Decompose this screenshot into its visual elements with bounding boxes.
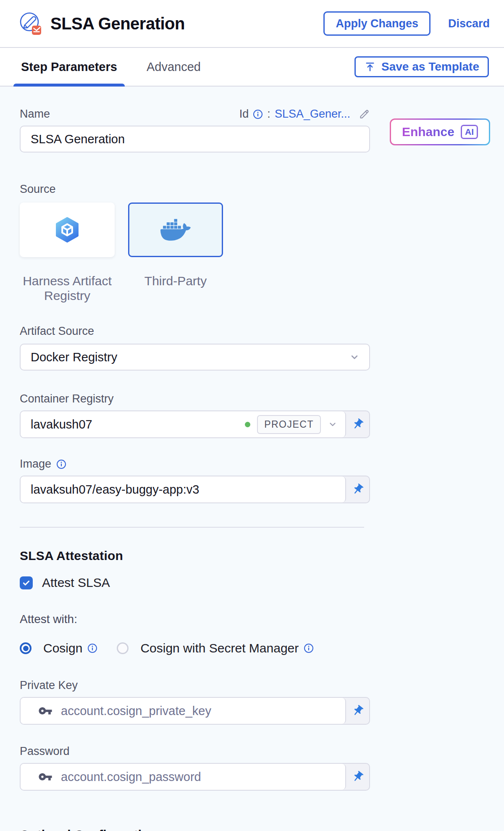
container-registry-label: Container Registry xyxy=(20,392,370,405)
password-field: account.cosign_password xyxy=(20,763,370,791)
connector-status-dot xyxy=(245,422,250,427)
image-value: lavaksuh07/easy-buggy-app:v3 xyxy=(31,483,338,497)
attest-with-label: Attest with: xyxy=(20,613,370,626)
tab-advanced[interactable]: Advanced xyxy=(147,48,201,86)
optional-configuration-toggle[interactable]: Optional Configuration xyxy=(20,828,370,831)
source-tile-third-party[interactable] xyxy=(128,202,223,257)
private-key-input[interactable]: account.cosign_private_key xyxy=(21,698,346,724)
image-field: lavaksuh07/easy-buggy-app:v3 xyxy=(20,476,370,503)
source-label: Source xyxy=(20,183,370,196)
slsa-attestation-heading: SLSA Attestation xyxy=(20,549,370,563)
enhance-label: Enhance xyxy=(402,125,454,139)
image-pin-button[interactable] xyxy=(346,476,369,502)
password-label: Password xyxy=(20,745,370,758)
artifact-source-label: Artifact Source xyxy=(20,325,370,338)
source-tile-harness-artifact-registry[interactable] xyxy=(20,202,115,257)
pin-icon xyxy=(349,416,366,433)
name-input[interactable]: SLSA Generation xyxy=(20,126,370,153)
source-option-label-har: Harness Artifact Registry xyxy=(20,274,115,303)
id-info-icon[interactable] xyxy=(253,109,263,119)
name-input-value: SLSA Generation xyxy=(31,132,125,146)
slsa-step-icon xyxy=(18,11,43,37)
apply-changes-button[interactable]: Apply Changes xyxy=(323,11,430,36)
save-as-template-label: Save as Template xyxy=(381,60,479,74)
password-pin-button[interactable] xyxy=(346,764,369,790)
name-label: Name xyxy=(20,108,50,121)
pin-icon xyxy=(349,702,366,720)
ai-badge: AI xyxy=(461,125,478,139)
optional-configuration-label: Optional Configuration xyxy=(20,828,157,831)
artifact-source-value: Docker Registry xyxy=(31,350,349,364)
private-key-value: account.cosign_private_key xyxy=(61,704,338,718)
cosign-radio[interactable] xyxy=(20,642,32,654)
attest-slsa-label: Attest SLSA xyxy=(42,576,110,590)
tab-step-parameters[interactable]: Step Parameters xyxy=(21,48,117,86)
private-key-field: account.cosign_private_key xyxy=(20,697,370,725)
password-value: account.cosign_password xyxy=(61,770,338,784)
section-divider xyxy=(20,527,364,528)
page-title: SLSA Generation xyxy=(50,14,185,33)
container-registry-field: lavakush07 PROJECT xyxy=(20,410,370,438)
container-registry-pin-button[interactable] xyxy=(346,411,369,437)
source-option-label-third-party: Third-Party xyxy=(128,274,223,303)
private-key-pin-button[interactable] xyxy=(346,698,369,724)
id-label: Id xyxy=(239,108,249,121)
cosign-with-secret-manager-radio[interactable] xyxy=(117,642,129,654)
panel-header: SLSA Generation Apply Changes Discard xyxy=(0,0,504,48)
har-cube-icon xyxy=(53,216,81,244)
secret-manager-info-icon[interactable] xyxy=(304,643,314,653)
cosign-info-icon[interactable] xyxy=(87,643,97,653)
edit-id-icon[interactable] xyxy=(359,108,370,120)
cosign-with-secret-manager-label: Cosign with Secret Manager xyxy=(140,641,299,655)
save-as-template-button[interactable]: Save as Template xyxy=(354,56,489,77)
enhance-ai-button[interactable]: Enhance AI xyxy=(390,118,490,145)
artifact-source-select[interactable]: Docker Registry xyxy=(20,344,370,371)
id-value[interactable]: SLSA_Gener... xyxy=(275,108,350,121)
tab-bar: Step Parameters Advanced Save as Templat… xyxy=(0,48,504,87)
chevron-down-icon xyxy=(349,352,360,363)
docker-icon xyxy=(160,218,191,242)
upload-template-icon xyxy=(364,61,376,73)
chevron-down-icon[interactable] xyxy=(328,419,338,429)
pin-icon xyxy=(349,768,366,786)
private-key-label: Private Key xyxy=(20,679,370,692)
step-parameters-panel: Enhance AI Name Id : SLSA_Gener... xyxy=(0,108,504,831)
password-input[interactable]: account.cosign_password xyxy=(21,764,346,790)
scope-badge: PROJECT xyxy=(257,415,321,434)
container-registry-input[interactable]: lavakush07 PROJECT xyxy=(21,411,346,437)
pin-icon xyxy=(349,481,366,498)
id-colon: : xyxy=(267,108,270,121)
image-label: Image xyxy=(20,458,51,471)
attest-slsa-checkbox[interactable] xyxy=(20,576,33,589)
check-icon xyxy=(22,579,31,587)
discard-button[interactable]: Discard xyxy=(448,17,490,30)
cosign-radio-label: Cosign xyxy=(43,641,82,655)
container-registry-value: lavakush07 xyxy=(31,418,238,431)
key-icon xyxy=(38,770,52,784)
image-input[interactable]: lavaksuh07/easy-buggy-app:v3 xyxy=(21,476,346,502)
image-info-icon[interactable] xyxy=(56,459,66,469)
key-icon xyxy=(38,704,52,718)
